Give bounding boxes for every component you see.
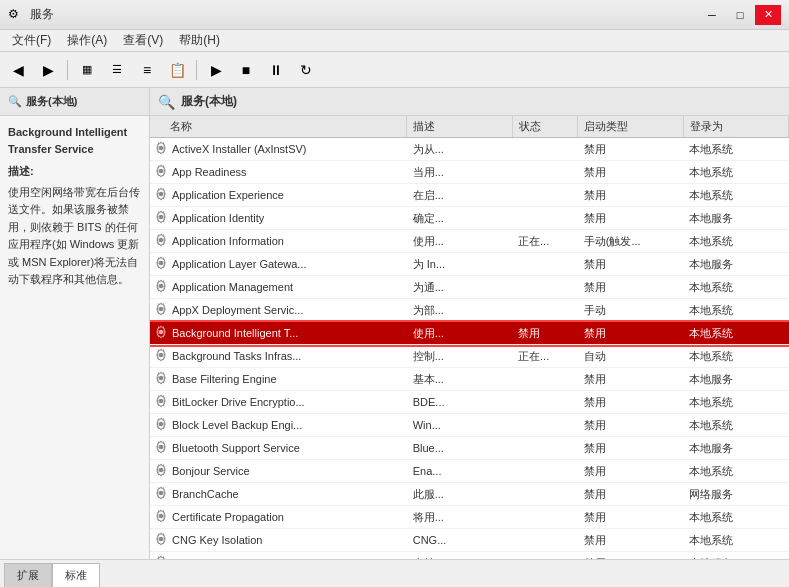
service-login-cell: 本地系统 bbox=[683, 529, 788, 552]
main-area: 🔍 服务(本地) Background Intelligent Transfer… bbox=[0, 88, 789, 559]
stop-button[interactable]: ■ bbox=[232, 56, 260, 84]
content-header-icon: 🔍 bbox=[158, 94, 175, 110]
service-status-cell bbox=[512, 529, 578, 552]
service-desc-cell: 为通... bbox=[407, 276, 512, 299]
back-button[interactable]: ◀ bbox=[4, 56, 32, 84]
service-name-cell: App Readiness bbox=[150, 161, 345, 183]
service-icon bbox=[154, 325, 168, 341]
detail-button[interactable]: ≡ bbox=[133, 56, 161, 84]
service-name-cell: Background Intelligent T... bbox=[150, 322, 345, 344]
service-icon bbox=[154, 440, 168, 456]
service-login-cell: 本地系统 bbox=[683, 506, 788, 529]
table-row[interactable]: Bluetooth Support ServiceBlue...禁用本地服务 bbox=[150, 437, 789, 460]
service-login-cell: 本地系统 bbox=[683, 391, 788, 414]
table-row[interactable]: BitLocker Drive Encryptio...BDE...禁用本地系统 bbox=[150, 391, 789, 414]
service-desc-cell: 为 In... bbox=[407, 253, 512, 276]
col-header-desc[interactable]: 描述 bbox=[407, 116, 512, 138]
service-login-cell: 本地系统 bbox=[683, 322, 788, 345]
table-row[interactable]: Application Information使用...正在...手动(触发..… bbox=[150, 230, 789, 253]
content-header-text: 服务(本地) bbox=[181, 93, 237, 110]
svg-point-4 bbox=[159, 238, 163, 242]
forward-button[interactable]: ▶ bbox=[34, 56, 62, 84]
svg-point-13 bbox=[159, 445, 163, 449]
table-row[interactable]: Application Experience在启...禁用本地系统 bbox=[150, 184, 789, 207]
col-header-login[interactable]: 登录为 bbox=[683, 116, 788, 138]
menu-help[interactable]: 帮助(H) bbox=[171, 30, 228, 51]
service-icon bbox=[154, 532, 168, 548]
table-row[interactable]: Bonjour ServiceEna...禁用本地系统 bbox=[150, 460, 789, 483]
service-desc-cell: 为从... bbox=[407, 138, 512, 161]
svg-point-10 bbox=[159, 376, 163, 380]
service-name-text: Background Tasks Infras... bbox=[172, 350, 301, 362]
service-name-cell: BitLocker Drive Encryptio... bbox=[150, 391, 345, 413]
table-header-row: 名称 描述 状态 启动类型 登录为 bbox=[150, 116, 789, 138]
table-row[interactable]: Base Filtering Engine基本...禁用本地服务 bbox=[150, 368, 789, 391]
tab-standard[interactable]: 标准 bbox=[52, 563, 100, 587]
service-name-text: Application Information bbox=[172, 235, 284, 247]
table-row[interactable]: ActiveX Installer (AxInstSV)为从...禁用本地系统 bbox=[150, 138, 789, 161]
table-row[interactable]: BranchCache此服...禁用网络服务 bbox=[150, 483, 789, 506]
service-login-cell: 本地系统 bbox=[683, 138, 788, 161]
play-button[interactable]: ▶ bbox=[202, 56, 230, 84]
title-bar-controls: ─ □ ✕ bbox=[699, 5, 781, 25]
service-icon bbox=[154, 463, 168, 479]
table-row[interactable]: Application Management为通...禁用本地系统 bbox=[150, 276, 789, 299]
service-start-cell: 禁用 bbox=[578, 460, 683, 483]
service-name-text: Application Identity bbox=[172, 212, 264, 224]
table-row[interactable]: Background Tasks Infras...控制...正在...自动本地… bbox=[150, 345, 789, 368]
service-status-cell bbox=[512, 460, 578, 483]
service-name-cell: AppX Deployment Servic... bbox=[150, 299, 345, 321]
tab-expand[interactable]: 扩展 bbox=[4, 563, 52, 587]
table-row[interactable]: App Readiness当用...禁用本地系统 bbox=[150, 161, 789, 184]
col-header-name[interactable]: 名称 bbox=[150, 116, 407, 138]
service-start-cell: 禁用 bbox=[578, 276, 683, 299]
svg-point-3 bbox=[159, 215, 163, 219]
service-name-text: COM+ Event System bbox=[172, 557, 275, 559]
service-desc-cell: 控制... bbox=[407, 345, 512, 368]
table-row[interactable]: Background Intelligent T...使用...禁用禁用本地系统 bbox=[150, 322, 789, 345]
table-row[interactable]: Certificate Propagation将用...禁用本地系统 bbox=[150, 506, 789, 529]
maximize-button[interactable]: □ bbox=[727, 5, 753, 25]
service-desc-cell: 为部... bbox=[407, 299, 512, 322]
menu-action[interactable]: 操作(A) bbox=[59, 30, 115, 51]
service-icon bbox=[154, 210, 168, 226]
service-start-cell: 禁用 bbox=[578, 437, 683, 460]
service-desc-cell: BDE... bbox=[407, 391, 512, 414]
service-login-cell: 本地系统 bbox=[683, 230, 788, 253]
menu-view[interactable]: 查看(V) bbox=[115, 30, 171, 51]
table-row[interactable]: AppX Deployment Servic...为部...手动本地系统 bbox=[150, 299, 789, 322]
sidebar: 🔍 服务(本地) Background Intelligent Transfer… bbox=[0, 88, 150, 559]
service-name-text: Bluetooth Support Service bbox=[172, 442, 300, 454]
service-icon bbox=[154, 256, 168, 272]
service-icon bbox=[154, 394, 168, 410]
service-login-cell: 本地系统 bbox=[683, 184, 788, 207]
sidebar-header-icon: 🔍 bbox=[8, 95, 22, 108]
table-row[interactable]: Application Identity确定...禁用本地服务 bbox=[150, 207, 789, 230]
view-button[interactable]: ▦ bbox=[73, 56, 101, 84]
pause-button[interactable]: ⏸ bbox=[262, 56, 290, 84]
service-name-cell: Block Level Backup Engi... bbox=[150, 414, 345, 436]
svg-point-0 bbox=[159, 146, 163, 150]
service-desc-cell: 将用... bbox=[407, 506, 512, 529]
col-header-start[interactable]: 启动类型 bbox=[578, 116, 683, 138]
service-name-text: Application Layer Gatewa... bbox=[172, 258, 307, 270]
table-row[interactable]: Application Layer Gatewa...为 In...禁用本地服务 bbox=[150, 253, 789, 276]
col-header-status[interactable]: 状态 bbox=[512, 116, 578, 138]
svg-point-1 bbox=[159, 169, 163, 173]
table-row[interactable]: Block Level Backup Engi...Win...禁用本地系统 bbox=[150, 414, 789, 437]
close-button[interactable]: ✕ bbox=[755, 5, 781, 25]
service-start-cell: 手动 bbox=[578, 299, 683, 322]
list-button[interactable]: ☰ bbox=[103, 56, 131, 84]
table-row[interactable]: CNG Key IsolationCNG...禁用本地系统 bbox=[150, 529, 789, 552]
table-row[interactable]: COM+ Event System支持...禁用本地服务 bbox=[150, 552, 789, 560]
service-icon bbox=[154, 279, 168, 295]
export-button[interactable]: 📋 bbox=[163, 56, 191, 84]
title-bar: ⚙ 服务 ─ □ ✕ bbox=[0, 0, 789, 30]
services-table-container[interactable]: 名称 描述 状态 启动类型 登录为 ActiveX Installer (AxI… bbox=[150, 116, 789, 559]
minimize-button[interactable]: ─ bbox=[699, 5, 725, 25]
service-login-cell: 本地服务 bbox=[683, 368, 788, 391]
restart-button[interactable]: ↻ bbox=[292, 56, 320, 84]
service-icon bbox=[154, 348, 168, 364]
service-icon bbox=[154, 187, 168, 203]
menu-file[interactable]: 文件(F) bbox=[4, 30, 59, 51]
